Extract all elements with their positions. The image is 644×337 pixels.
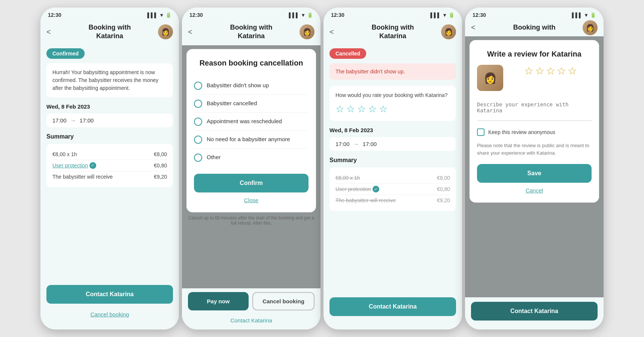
- cancelled-notice: The babysitter didn't show up.: [329, 63, 456, 80]
- modal-close-btn[interactable]: Close: [194, 197, 309, 203]
- radio-option-5[interactable]: Other: [194, 149, 309, 166]
- summary-label-1: €8,00 x 1h: [52, 151, 77, 157]
- star-4-3[interactable]: ☆: [368, 103, 377, 115]
- review-star-5[interactable]: ☆: [568, 65, 577, 77]
- modal-overlay-2: Reason booking cancellation Babysitter d…: [182, 45, 321, 288]
- review-star-3[interactable]: ☆: [546, 65, 555, 77]
- header-3: < Booking withKatarina 👩: [323, 20, 462, 45]
- radio-label-4: No need for a babysitter anymore: [207, 135, 290, 143]
- wifi-icon-2: ▼: [301, 12, 306, 18]
- rating-question-card: How would you rate your booking with Kat…: [329, 86, 456, 121]
- radio-circle-4: [194, 136, 202, 144]
- screen3-content: Cancelled The babysitter didn't show up.…: [323, 45, 462, 293]
- review-cancel-btn[interactable]: Cancel: [477, 187, 592, 194]
- radio-option-4[interactable]: No need for a babysitter anymore: [194, 131, 309, 149]
- time-row-3: 17:00 → 17:00: [329, 137, 456, 151]
- summary-value-3: €9,20: [154, 174, 167, 180]
- summary-value-2: €0,80: [154, 163, 167, 168]
- contact-link-2[interactable]: Contact Katarina: [182, 314, 321, 330]
- status-bar-4: 12:30 ▌▌▌ ▼ 🔋: [465, 7, 604, 20]
- bottom-actions-2: Pay now Cancel booking: [182, 288, 321, 314]
- summary-value-s1: €8,00: [437, 175, 450, 181]
- time-from-1: 17:00: [52, 117, 67, 124]
- back-button-1[interactable]: <: [46, 28, 51, 36]
- radio-circle-5: [194, 154, 202, 162]
- screen1-frame: 12:30 ▌▌▌ ▼ 🔋 < Booking withKatarina 👩 C…: [40, 7, 179, 330]
- signal-icon-3: ▌▌▌: [430, 12, 441, 18]
- avatar-placeholder-2: 👩: [300, 24, 315, 39]
- avatar-3: 👩: [441, 24, 456, 39]
- summary-row-s3: The babysitter will receive €9,20: [335, 195, 450, 206]
- back-button-3[interactable]: <: [329, 28, 334, 36]
- avatar-placeholder-4: 👩: [583, 20, 598, 35]
- status-icons-1: ▌▌▌ ▼ 🔋: [147, 12, 171, 18]
- radio-label-2: Babysitter cancelled: [207, 99, 257, 107]
- cancel-info-text: Cancel up to 60 minutes after the start …: [182, 212, 321, 229]
- review-star-1[interactable]: ☆: [524, 65, 534, 77]
- time-4: 12:30: [473, 12, 486, 18]
- rating-stars-row-3: ☆ ☆ ☆ ☆ ☆: [335, 103, 450, 115]
- screen2-bg: Waiting for payment Reason booking cance…: [182, 45, 321, 288]
- contact-katarina-btn-1[interactable]: Contact Katarina: [46, 285, 173, 304]
- header-title-4: Booking with: [513, 23, 556, 32]
- modal-confirm-btn[interactable]: Confirm: [194, 174, 309, 192]
- review-notice: Please note that the review is public an…: [477, 142, 592, 157]
- pay-now-btn[interactable]: Pay now: [188, 292, 249, 310]
- star-3-3[interactable]: ☆: [357, 103, 366, 115]
- avatar-2: 👩: [300, 24, 315, 39]
- confirmed-badge: Confirmed: [46, 48, 85, 59]
- contact-katarina-btn-4[interactable]: Contact Katarina: [471, 302, 598, 321]
- signal-icon-2: ▌▌▌: [289, 12, 299, 18]
- review-header: 👩 ☆ ☆ ☆ ☆ ☆: [477, 65, 592, 91]
- wifi-icon: ▼: [159, 12, 164, 18]
- review-modal-card: Write a review for Katarina 👩 ☆ ☆ ☆ ☆ ☆ …: [470, 40, 599, 203]
- shield-icon-3: ✓: [373, 186, 379, 192]
- summary-row-s2: User protection ✓ €0,80: [335, 183, 450, 195]
- review-star-2[interactable]: ☆: [535, 65, 544, 77]
- back-button-4[interactable]: <: [471, 23, 476, 32]
- time-arrow-1: →: [70, 117, 76, 124]
- radio-label-5: Other: [207, 153, 221, 161]
- star-5-3[interactable]: ☆: [379, 103, 388, 115]
- star-2-3[interactable]: ☆: [346, 103, 355, 115]
- header-title-2: Booking withKatarina: [230, 23, 273, 41]
- avatar-placeholder-1: 👩: [158, 24, 173, 39]
- summary-value-s2: €0,80: [437, 186, 450, 192]
- time-3: 12:30: [331, 12, 344, 18]
- header-2: < Booking withKatarina 👩: [182, 20, 321, 45]
- modal-title-2: Reason booking cancellation: [194, 58, 309, 68]
- anonymous-row: Keep this review anonymous: [477, 128, 592, 136]
- header-4: < Booking with 👩: [465, 20, 604, 36]
- status-icons-2: ▌▌▌ ▼ 🔋: [289, 12, 313, 18]
- status-icons-3: ▌▌▌ ▼ 🔋: [430, 12, 455, 18]
- time-to-1: 17:00: [80, 117, 94, 124]
- review-star-4[interactable]: ☆: [557, 65, 566, 77]
- back-button-2[interactable]: <: [188, 28, 192, 36]
- screen2-frame: 12:30 ▌▌▌ ▼ 🔋 < Booking withKatarina 👩 W…: [182, 7, 321, 330]
- review-textarea[interactable]: [477, 98, 592, 121]
- contact-katarina-btn-3[interactable]: Contact Katarina: [329, 297, 456, 316]
- time-arrow-3: →: [353, 141, 359, 147]
- summary-label-s3: The babysitter will receive: [335, 197, 396, 203]
- review-save-btn[interactable]: Save: [477, 164, 592, 183]
- user-protection-link-3[interactable]: User protection ✓: [335, 186, 379, 192]
- cancel-booking-btn-2[interactable]: Cancel booking: [252, 292, 315, 310]
- cancel-booking-btn-1[interactable]: Cancel booking: [46, 308, 173, 321]
- anonymous-checkbox[interactable]: [477, 128, 484, 136]
- summary-title-3: Summary: [329, 157, 456, 164]
- radio-option-3[interactable]: Appointment was rescheduled: [194, 113, 309, 131]
- avatar-1: 👩: [158, 24, 173, 39]
- anonymous-label: Keep this review anonymous: [488, 129, 555, 135]
- radio-label-1: Babysitter didn't show up: [207, 81, 269, 89]
- radio-circle-1: [194, 82, 202, 90]
- user-protection-link-1[interactable]: User protection ✓: [52, 162, 96, 169]
- radio-option-2[interactable]: Babysitter cancelled: [194, 95, 309, 113]
- star-1-3[interactable]: ☆: [335, 103, 344, 115]
- summary-row-3: The babysitter will receive €9,20: [52, 171, 167, 182]
- radio-option-1[interactable]: Babysitter didn't show up: [194, 77, 309, 95]
- date-label-3: Wed, 8 Feb 2023: [329, 127, 456, 133]
- summary-value-s3: €9,20: [437, 197, 450, 203]
- screen4-bg: Write a review for Katarina 👩 ☆ ☆ ☆ ☆ ☆ …: [465, 36, 604, 297]
- header-1: < Booking withKatarina 👩: [40, 20, 179, 45]
- bottom-actions-1: Contact Katarina Cancel booking: [40, 280, 179, 330]
